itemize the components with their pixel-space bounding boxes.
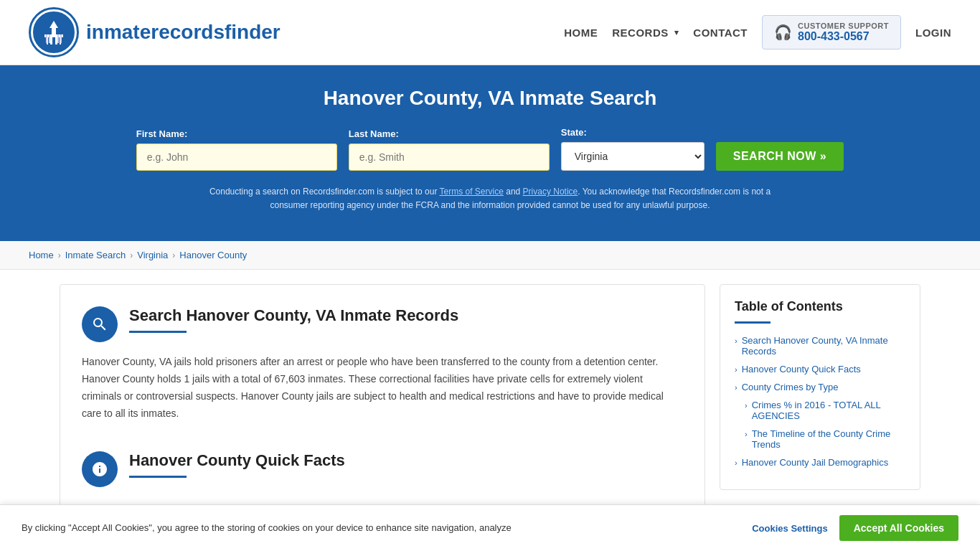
last-name-label: Last Name:: [349, 128, 399, 139]
toc-chevron-1: ›: [735, 336, 738, 345]
svg-rect-8: [46, 34, 47, 43]
cookie-banner: By clicking "Accept All Cookies", you ag…: [0, 504, 980, 535]
search-icon-circle: [82, 306, 118, 342]
toc-item-1-label: Search Hanover County, VA Inmate Records: [742, 335, 905, 357]
toc-chevron-4: ›: [745, 401, 748, 410]
section2-title-area: Hanover County Quick Facts: [129, 451, 345, 478]
privacy-link[interactable]: Privacy Notice: [523, 187, 578, 197]
svg-rect-10: [57, 34, 59, 43]
logo-text-bold: finder: [225, 21, 281, 43]
cookie-accept-button[interactable]: Accept All Cookies: [839, 515, 958, 535]
toc-chevron-2: ›: [735, 365, 738, 374]
state-select[interactable]: Virginia Alabama Alaska Arizona Arkansas…: [561, 142, 705, 171]
cookie-actions: Cookies Settings Accept All Cookies: [752, 515, 958, 535]
toc-item-2[interactable]: › Hanover County Quick Facts: [735, 364, 905, 375]
breadcrumb-home[interactable]: Home: [29, 250, 54, 260]
toc-item-2-label: Hanover County Quick Facts: [742, 364, 861, 375]
svg-rect-11: [60, 34, 62, 43]
logo-area: inmaterecordsfinder: [29, 7, 281, 57]
breadcrumb-virginia[interactable]: Virginia: [137, 250, 168, 260]
nav-home[interactable]: HOME: [564, 27, 598, 39]
toc-underline: [735, 321, 771, 324]
toc-item-3[interactable]: › County Crimes by Type: [735, 382, 905, 392]
toc-item-6[interactable]: › Hanover County Jail Demographics: [735, 457, 905, 468]
logo-text: inmaterecordsfinder: [86, 21, 281, 44]
logo-icon: [29, 7, 79, 57]
hero-banner: Hanover County, VA Inmate Search First N…: [0, 65, 980, 241]
content-area: Search Hanover County, VA Inmate Records…: [60, 284, 705, 520]
svg-rect-9: [49, 34, 50, 43]
header: inmaterecordsfinder HOME RECORDS ▾ CONTA…: [0, 0, 980, 65]
first-name-label: First Name:: [136, 128, 188, 139]
section1-underline: [129, 331, 187, 333]
toc-item-4-label: Crimes % in 2016 - TOTAL ALL AGENCIES: [752, 400, 905, 421]
breadcrumb-sep-2: ›: [130, 250, 133, 260]
logo-text-normal: inmaterecords: [86, 21, 225, 43]
support-number[interactable]: 800-433-0567: [798, 30, 889, 43]
hero-title: Hanover County, VA Inmate Search: [29, 87, 951, 110]
nav-records-label: RECORDS: [612, 27, 669, 39]
breadcrumb-current: Hanover County: [179, 250, 247, 260]
state-group: State: Virginia Alabama Alaska Arizona A…: [561, 127, 705, 171]
last-name-input[interactable]: [349, 143, 550, 171]
search-icon: [91, 316, 108, 333]
section2-header: Hanover County Quick Facts: [82, 451, 683, 487]
search-form: First Name: Last Name: State: Virginia A…: [29, 127, 951, 171]
disclaimer-text: Conducting a search on Recordsfinder.com…: [203, 185, 777, 212]
section2-title: Hanover County Quick Facts: [129, 451, 345, 470]
info-icon: [91, 461, 108, 478]
toc-item-1[interactable]: › Search Hanover County, VA Inmate Recor…: [735, 335, 905, 357]
customer-support-box: 🎧 CUSTOMER SUPPORT 800-433-0567: [762, 15, 901, 50]
sidebar: Table of Contents › Search Hanover Count…: [720, 284, 920, 490]
first-name-input[interactable]: [136, 143, 337, 171]
toc-title: Table of Contents: [735, 299, 905, 314]
nav-contact[interactable]: CONTACT: [693, 27, 748, 39]
section1-header: Search Hanover County, VA Inmate Records: [82, 306, 683, 342]
breadcrumb: Home › Inmate Search › Virginia › Hanove…: [0, 241, 980, 270]
section1-body: Hanover County, VA jails hold prisoners …: [82, 354, 683, 422]
toc-item-5-label: The Timeline of the County Crime Trends: [752, 428, 905, 450]
toc-item-3-label: County Crimes by Type: [742, 382, 839, 392]
support-label: CUSTOMER SUPPORT: [798, 22, 889, 30]
breadcrumb-sep-3: ›: [172, 250, 175, 260]
toc-item-4[interactable]: › Crimes % in 2016 - TOTAL ALL AGENCIES: [735, 400, 905, 421]
section2-underline: [129, 476, 187, 478]
state-label: State:: [561, 127, 587, 138]
toc-item-6-label: Hanover County Jail Demographics: [742, 457, 888, 468]
cookie-text: By clicking "Accept All Cookies", you ag…: [22, 521, 512, 534]
section1-title: Search Hanover County, VA Inmate Records: [129, 306, 458, 325]
breadcrumb-sep-1: ›: [58, 250, 61, 260]
headset-icon: 🎧: [774, 24, 792, 41]
nav-records[interactable]: RECORDS ▾: [612, 27, 679, 39]
section1-title-area: Search Hanover County, VA Inmate Records: [129, 306, 458, 333]
terms-link[interactable]: Terms of Service: [440, 187, 504, 197]
toc-item-5[interactable]: › The Timeline of the County Crime Trend…: [735, 428, 905, 450]
svg-rect-6: [52, 37, 55, 44]
toc-chevron-6: ›: [735, 458, 738, 467]
login-button[interactable]: LOGIN: [915, 27, 951, 39]
last-name-group: Last Name:: [349, 128, 550, 171]
main-content: Search Hanover County, VA Inmate Records…: [31, 270, 949, 534]
search-button[interactable]: SEARCH NOW »: [716, 142, 844, 171]
toc-chevron-3: ›: [735, 383, 738, 392]
cookie-settings-button[interactable]: Cookies Settings: [752, 523, 827, 534]
alert-icon-circle: [82, 451, 118, 487]
section2: Hanover County Quick Facts: [82, 437, 683, 487]
toc-chevron-5: ›: [745, 430, 748, 438]
breadcrumb-inmate-search[interactable]: Inmate Search: [65, 250, 126, 260]
records-dropdown-icon: ▾: [674, 28, 679, 37]
main-nav: HOME RECORDS ▾ CONTACT 🎧 CUSTOMER SUPPOR…: [564, 15, 951, 50]
first-name-group: First Name:: [136, 128, 337, 171]
